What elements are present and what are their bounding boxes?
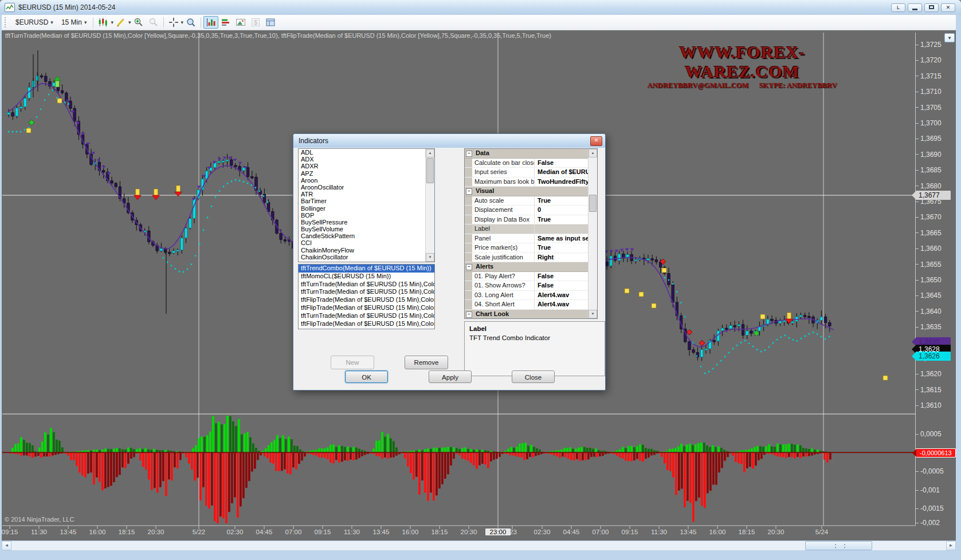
magnifier-icon [186, 17, 196, 27]
crosshair-button[interactable] [166, 16, 181, 29]
property-section-header[interactable]: −Visual [465, 187, 597, 196]
list-item[interactable]: tftTurnTrade(Median of $EURUSD (15 Min),… [299, 288, 434, 296]
scroll-down-icon[interactable]: ▼ [426, 253, 434, 262]
chart-style-button[interactable] [96, 16, 111, 29]
property-section-header[interactable]: −Alerts [465, 262, 597, 272]
snapshot-button[interactable] [233, 16, 248, 29]
scrollbar-thumb[interactable] [426, 158, 434, 183]
property-row[interactable]: 01. Show Arrows?False [465, 281, 597, 291]
layout-button[interactable]: L [891, 3, 905, 12]
zoom-out-button[interactable] [146, 16, 161, 29]
list-item[interactable]: ChaikinOscillator [299, 254, 434, 261]
list-item[interactable]: ADX [299, 156, 434, 163]
time-axis[interactable]: 09:1511:3013:4516:0018:1520:305/2202:300… [0, 526, 915, 538]
property-row[interactable]: 04. Short AlertAlert4.wav [465, 300, 597, 310]
property-row[interactable]: Maximum bars look backTwoHundredFiftySix [465, 178, 597, 187]
interval-selector[interactable]: 15 Min ▾ [57, 17, 91, 27]
toolbar-grip[interactable] [5, 17, 8, 27]
collapse-icon[interactable]: − [466, 311, 472, 318]
list-item[interactable]: Bollinger [299, 205, 434, 212]
list-item[interactable]: AroonOscillator [299, 184, 434, 191]
panel-collapse-button[interactable]: ▼ [944, 33, 955, 42]
property-label: 01. Play Alert? [472, 272, 535, 281]
scroll-up-icon[interactable]: ▲ [426, 149, 434, 157]
apply-button[interactable]: Apply [429, 370, 472, 383]
collapse-icon[interactable]: − [466, 264, 472, 270]
scroll-right-icon[interactable]: ► [946, 541, 956, 550]
horizontal-scrollbar[interactable]: ◄ ► [2, 541, 956, 550]
list-item[interactable]: tftFlipTrade(Median of $EURUSD (15 Min),… [299, 320, 434, 328]
configured-indicators-list[interactable]: tftTrendCombo(Median of $EURUSD (15 Min)… [298, 264, 435, 329]
chart-properties-button[interactable] [263, 16, 278, 29]
tick-dash [915, 374, 919, 374]
property-grid[interactable]: −DataCalculate on bar closeFalseInput se… [464, 148, 598, 319]
list-item[interactable]: BarTimer [299, 198, 434, 204]
list-item[interactable]: tftTrendCombo(Median of $EURUSD (15 Min)… [299, 265, 434, 273]
list-item[interactable]: ADL [299, 149, 434, 156]
available-list-scrollbar[interactable]: ▲ ▼ [425, 149, 434, 262]
property-row[interactable]: 01. Play Alert?False [465, 272, 597, 282]
scroll-up-icon[interactable]: ▲ [589, 149, 597, 157]
minimize-button[interactable] [908, 3, 922, 12]
property-row[interactable]: Input seriesMedian of $EURUSD [465, 168, 597, 178]
property-section-header[interactable]: −Data [465, 149, 597, 159]
property-label: 01. Show Arrows? [472, 281, 535, 290]
scrollbar-thumb[interactable] [805, 541, 872, 550]
image-icon [236, 17, 246, 27]
list-item[interactable]: tftTurnTrade(Median of $EURUSD (15 Min),… [299, 312, 434, 320]
ok-button[interactable]: OK [345, 370, 388, 383]
property-row[interactable]: Display in Data BoxTrue [465, 215, 597, 225]
remove-button[interactable]: Remove [405, 356, 448, 369]
indicators-button[interactable] [203, 16, 218, 29]
list-item[interactable]: ChaikinMoneyFlow [299, 247, 434, 254]
list-item[interactable]: BOP [299, 212, 434, 219]
chevron-down-icon[interactable]: ▾ [128, 19, 131, 25]
list-item[interactable]: tftFlipTrade(Median of $EURUSD (15 Min),… [299, 296, 434, 304]
list-item[interactable]: ADXR [299, 163, 434, 169]
price-axis[interactable]: 1,37251,37201,37151,37101,37051,37001,36… [915, 0, 956, 539]
available-indicators-list[interactable]: ADLADXADXRAPZAroonAroonOscillatorATRBarT… [298, 148, 435, 262]
property-row[interactable]: Calculate on bar closeFalse [465, 159, 597, 168]
property-row[interactable]: Scale justificationRight [465, 253, 597, 263]
zoom-in-button[interactable] [131, 16, 146, 29]
scroll-left-icon[interactable]: ◄ [2, 541, 11, 550]
strategies-button[interactable]: $ [248, 16, 263, 29]
scroll-down-icon[interactable]: ▼ [589, 310, 597, 318]
collapse-icon[interactable]: − [466, 188, 472, 195]
tick-dash [915, 264, 919, 265]
list-item[interactable]: APZ [299, 170, 434, 177]
collapse-icon[interactable]: − [466, 151, 472, 157]
drawing-tools-button[interactable] [113, 16, 128, 29]
chart-trader-button[interactable] [218, 16, 233, 29]
list-item[interactable]: BuySellVolume [299, 226, 434, 232]
instrument-selector[interactable]: $EURUSD ▾ [11, 17, 57, 27]
list-item[interactable]: BuySellPressure [299, 219, 434, 226]
close-dialog-button[interactable]: Close [512, 370, 555, 383]
maximize-button[interactable] [924, 3, 939, 12]
property-row[interactable]: Label [465, 224, 597, 234]
list-item[interactable]: CandleStickPattern [299, 232, 434, 239]
list-item[interactable]: CCI [299, 239, 434, 246]
time-label: 04:45 [252, 529, 277, 535]
property-section-header[interactable]: −Chart Look [465, 310, 597, 320]
property-row[interactable]: Auto scaleTrue [465, 196, 597, 206]
list-item[interactable]: Aroon [299, 177, 434, 184]
property-row[interactable]: 03. Long AlertAlert4.wav [465, 291, 597, 301]
new-button[interactable]: New [331, 356, 374, 369]
property-row[interactable]: Displacement0 [465, 206, 597, 215]
list-item[interactable]: tftMomoCL($EURUSD (15 Min)) [299, 273, 434, 281]
property-grid-scrollbar[interactable]: ▲ ▼ [588, 149, 597, 318]
list-item[interactable]: tftFlipTrade(Median of $EURUSD (15 Min),… [299, 304, 434, 312]
dialog-title-bar[interactable]: Indicators ✕ [293, 134, 605, 148]
property-row[interactable]: Price marker(s)True [465, 243, 597, 253]
property-row[interactable]: PanelSame as input series [465, 234, 597, 244]
list-item[interactable]: tftTurnTrade(Median of $EURUSD (15 Min),… [299, 281, 434, 289]
dialog-title: Indicators [299, 137, 328, 145]
dialog-close-icon[interactable]: ✕ [590, 136, 602, 146]
data-box-button[interactable] [183, 16, 198, 29]
scrollbar-thumb[interactable] [589, 195, 597, 212]
time-label: 02:30 [529, 529, 555, 535]
tick-dash [915, 45, 919, 45]
close-button[interactable]: ✕ [941, 3, 955, 12]
list-item[interactable]: ATR [299, 191, 434, 198]
